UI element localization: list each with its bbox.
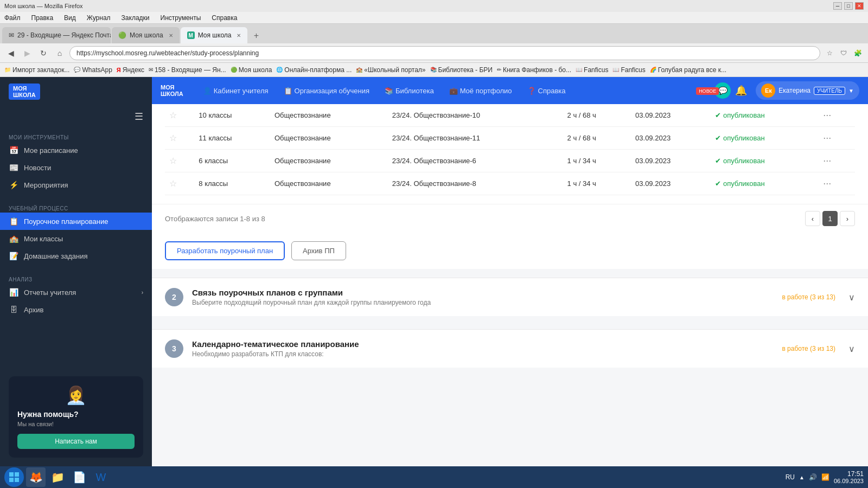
bookmark-fanficus2-label: Fanficus xyxy=(621,66,645,74)
star-icon-row0[interactable]: ☆ xyxy=(169,111,177,120)
sidebar-item-events[interactable]: ⚡ Мероприятия xyxy=(0,176,152,194)
bookmark-platform[interactable]: 🌐 Онлайн-платформа ... xyxy=(276,66,352,74)
url-input[interactable] xyxy=(69,46,820,60)
tab-myschool2-close[interactable]: ✕ xyxy=(237,33,241,38)
bookmark-yandex[interactable]: Я Яндекс xyxy=(117,66,144,74)
bookmark-myschool[interactable]: 🟢 Моя школа xyxy=(231,66,272,74)
menu-tools[interactable]: Инструменты xyxy=(158,14,203,22)
star-icon-row1[interactable]: ☆ xyxy=(169,133,177,143)
tab-mail-label: 29 - Входящие — Яндекс Почта xyxy=(17,31,111,39)
sidebar-item-schedule[interactable]: 📅 Мое расписание xyxy=(0,142,152,159)
hamburger-icon[interactable]: ☰ xyxy=(135,111,143,123)
taskbar-acrobat[interactable]: 📄 xyxy=(69,467,89,487)
nav-teacher-cabinet[interactable]: 👤 Кабинет учителя xyxy=(196,84,275,98)
close-button[interactable]: ✕ xyxy=(855,2,864,10)
prev-page-button[interactable]: ‹ xyxy=(805,211,820,226)
bell-icon[interactable]: 🔔 xyxy=(735,85,747,97)
library-icon: 📚 xyxy=(430,67,437,73)
nav-help[interactable]: ❓ Справка xyxy=(521,84,572,98)
help-figure: 👩‍💼 xyxy=(17,385,135,406)
more-options-btn-1[interactable]: ··· xyxy=(821,132,833,143)
tab-myschool1-label: Моя школа xyxy=(130,31,163,39)
tab-myschool1-close[interactable]: ✕ xyxy=(169,33,173,38)
nav-org-study[interactable]: 📋 Организация обучения xyxy=(277,84,376,98)
cell-date-0: 03.09.2023 xyxy=(631,104,711,127)
maximize-button[interactable]: □ xyxy=(844,2,853,10)
bookmark-fanfics[interactable]: ✏ Книга Фанфиков - бо... xyxy=(497,66,571,74)
tab-add-button[interactable]: + xyxy=(248,28,264,43)
forward-button[interactable]: ▶ xyxy=(21,47,34,60)
sidebar-item-archive[interactable]: 🗄 Архив xyxy=(0,301,152,318)
extensions-icon[interactable]: 🧩 xyxy=(852,47,864,59)
star-icon-row2[interactable]: ☆ xyxy=(169,156,177,165)
menu-bookmarks[interactable]: Закладки xyxy=(119,14,152,22)
nav-username: Екатерина xyxy=(778,87,810,94)
tab-mail[interactable]: ✉ 29 - Входящие — Яндекс Почта ✕ xyxy=(2,27,111,43)
cell-hours-0: 2 ч / 68 ч xyxy=(563,104,631,127)
more-options-btn-0[interactable]: ··· xyxy=(821,110,833,120)
next-page-button[interactable]: › xyxy=(840,211,855,226)
platform-icon: 🌐 xyxy=(276,67,283,73)
bookmark-whatsapp[interactable]: 💬 WhatsApp xyxy=(74,66,112,74)
title-bar-controls[interactable]: ─ □ ✕ xyxy=(833,2,864,10)
menu-view[interactable]: Вид xyxy=(62,14,78,22)
back-button[interactable]: ◀ xyxy=(4,47,17,60)
windows-icon xyxy=(9,472,19,482)
step-2-subtitle: Выберите подходящий поурочный план для к… xyxy=(192,299,773,306)
cell-plan-1: 23/24. Обществознание-11 xyxy=(388,127,563,150)
tab-myschool1[interactable]: 🟢 Моя школа ✕ xyxy=(112,27,180,43)
menu-edit[interactable]: Правка xyxy=(29,14,56,22)
bookmark-mail[interactable]: ✉ 158 - Входящие — Ян... xyxy=(149,66,226,74)
fanficus1-icon: 📖 xyxy=(576,67,582,73)
pagination-info: Отображаются записи 1-8 из 8 xyxy=(165,215,265,223)
help-contact-button[interactable]: Написать нам xyxy=(17,434,135,449)
nav-portfolio[interactable]: 💼 Моё портфолио xyxy=(443,84,519,98)
bookmark-star-icon[interactable]: ☆ xyxy=(824,47,835,59)
sidebar-item-news[interactable]: 📰 Новости xyxy=(0,159,152,176)
check-icon-0: ✔ xyxy=(715,111,721,119)
top-nav: МОЯШКОЛА 👤 Кабинет учителя 📋 Организация… xyxy=(152,77,868,104)
sidebar-item-lesson-planning[interactable]: 📋 Поурочное планирование xyxy=(0,213,152,230)
nav-library[interactable]: 📚 Библиотека xyxy=(378,84,441,98)
bookmark-school-portal[interactable]: 🏫 «Школьный портал» xyxy=(356,66,425,74)
cell-class-1: 11 классы xyxy=(194,127,270,150)
home-button[interactable]: ⌂ xyxy=(53,47,66,60)
taskbar-firefox[interactable]: 🦊 xyxy=(26,467,46,487)
section-my-tools: МОИ ИНСТРУМЕНТЫ 📅 Мое расписание 📰 Новос… xyxy=(0,127,152,198)
develop-plan-button[interactable]: Разработать поурочный план xyxy=(165,241,285,260)
school-portal-icon: 🏫 xyxy=(356,67,362,73)
bookmark-rainbow[interactable]: 🌈 Голубая радуга все к... xyxy=(650,66,726,74)
star-icon-row3[interactable]: ☆ xyxy=(169,179,177,188)
nav-user[interactable]: Ек Екатерина УЧИТЕЛЬ ▼ xyxy=(756,81,859,100)
nav-user-chevron-icon: ▼ xyxy=(848,88,854,94)
taskbar-word[interactable]: W xyxy=(91,467,111,487)
minimize-button[interactable]: ─ xyxy=(833,2,842,10)
archive-pp-button[interactable]: Архив ПП xyxy=(291,241,346,260)
sidebar-item-homework[interactable]: 📝 Домашние задания xyxy=(0,247,152,265)
taskbar-folder[interactable]: 📁 xyxy=(48,467,67,487)
menu-journal[interactable]: Журнал xyxy=(85,14,113,22)
reload-button[interactable]: ↻ xyxy=(37,47,50,60)
pagination-controls: ‹ 1 › xyxy=(805,211,855,226)
taskbar: 🦊 📁 📄 W RU ▲ 🔊 📶 17:51 06.09.2023 xyxy=(0,466,868,488)
menu-help[interactable]: Справка xyxy=(209,14,239,22)
sidebar-item-reports[interactable]: 📊 Отчеты учителя › xyxy=(0,284,152,301)
more-options-btn-3[interactable]: ··· xyxy=(821,178,833,189)
page-1-button[interactable]: 1 xyxy=(822,211,838,226)
bookmark-fanficus1[interactable]: 📖 Fanficus xyxy=(576,66,608,74)
bookmark-library[interactable]: 📚 Библиотека - БРИ xyxy=(430,66,493,74)
sidebar-hamburger[interactable]: ☰ xyxy=(0,106,152,127)
sidebar-item-my-classes[interactable]: 🏫 Мои классы xyxy=(0,230,152,247)
step-2-chevron-icon[interactable]: ∨ xyxy=(848,292,855,303)
help-box-title: Нужна помощь? xyxy=(17,410,135,419)
bookmark-fanficus2[interactable]: 📖 Fanficus xyxy=(612,66,645,74)
tab-myschool2[interactable]: M Моя школа ✕ xyxy=(181,27,248,43)
more-options-btn-2[interactable]: ··· xyxy=(821,155,833,166)
shield-icon[interactable]: 🛡 xyxy=(838,47,850,59)
cell-plan-2: 23/24. Обществознание-6 xyxy=(388,150,563,172)
step-3-chevron-icon[interactable]: ∨ xyxy=(848,344,855,354)
menu-file[interactable]: Файл xyxy=(2,14,23,22)
cell-hours-1: 2 ч / 68 ч xyxy=(563,127,631,150)
bookmark-import[interactable]: 📁 Импорт закладок... xyxy=(4,66,69,74)
start-button[interactable] xyxy=(4,467,24,487)
